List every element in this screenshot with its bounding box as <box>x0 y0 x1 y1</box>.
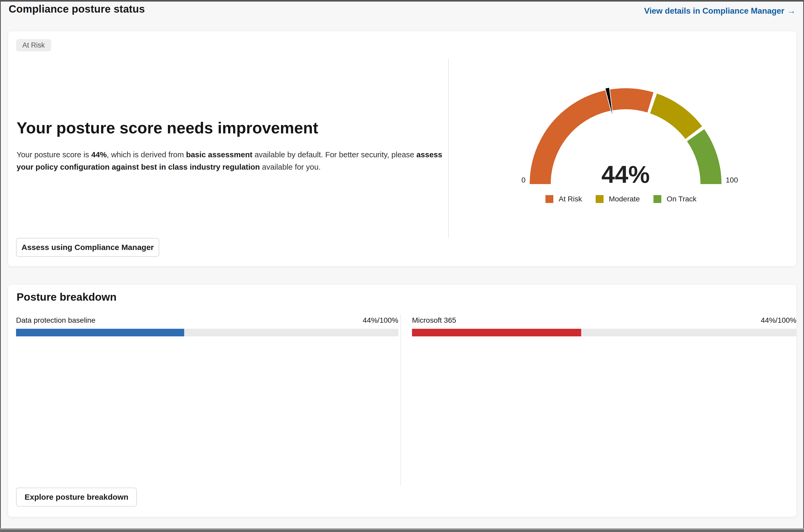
posture-status-card: At Risk Your posture score needs improve… <box>8 31 797 267</box>
view-details-link[interactable]: View details in Compliance Manager→ <box>644 6 796 16</box>
body-text-segment: Your posture score is <box>17 150 91 159</box>
posture-gauge: 010044% <box>507 62 744 191</box>
posture-description: Your posture score is 44%, which is deri… <box>17 148 444 173</box>
legend-item: At Risk <box>545 195 582 203</box>
gauge-max-label: 100 <box>726 176 738 184</box>
breakdown-column-right: Microsoft 365 44%/100% <box>412 314 797 336</box>
gauge-value: 44% <box>601 161 650 188</box>
bar-value: 44%/100% <box>363 316 398 325</box>
legend-swatch <box>653 195 661 203</box>
gauge-legend: At RiskModerateOn Track <box>448 195 794 203</box>
bar-label: Microsoft 365 <box>412 316 456 325</box>
posture-breakdown-card: Posture breakdown Data protection baseli… <box>8 284 797 517</box>
legend-label: Moderate <box>609 195 640 203</box>
progress-bar-fill <box>412 329 581 336</box>
legend-label: On Track <box>667 195 696 203</box>
gauge-segment <box>696 135 711 184</box>
body-text-segment: 44% <box>91 150 107 159</box>
gauge-segment <box>653 103 694 133</box>
breakdown-heading: Posture breakdown <box>17 291 116 303</box>
legend-swatch <box>596 195 603 203</box>
legend-item: Moderate <box>596 195 640 203</box>
legend-item: On Track <box>653 195 696 203</box>
arrow-right-icon: → <box>787 6 796 16</box>
legend-label: At Risk <box>559 195 582 203</box>
progress-bar-track <box>16 329 398 336</box>
explore-button[interactable]: Explore posture breakdown <box>16 488 137 507</box>
progress-bar-track <box>412 329 797 336</box>
status-badge: At Risk <box>16 39 51 52</box>
vertical-divider <box>448 59 449 238</box>
body-text-segment: basic assessment <box>186 150 253 159</box>
body-text-segment: , which is derived from <box>107 150 186 159</box>
column-divider <box>400 314 401 486</box>
progress-bar-fill <box>16 329 184 336</box>
bar-value: 44%/100% <box>761 316 797 325</box>
posture-heading: Your posture score needs improvement <box>17 119 318 137</box>
breakdown-column-left: Data protection baseline 44%/100% <box>16 314 398 336</box>
view-details-link-label: View details in Compliance Manager <box>644 6 784 16</box>
window-bottom-border-dark <box>0 530 804 532</box>
bar-label: Data protection baseline <box>16 316 95 325</box>
body-text-segment: available for you. <box>260 163 321 171</box>
page-title: Compliance posture status <box>9 3 145 15</box>
gauge-min-label: 0 <box>521 176 525 184</box>
assess-button[interactable]: Assess using Compliance Manager <box>16 238 159 257</box>
compliance-posture-page: Compliance posture status View details i… <box>0 0 804 532</box>
legend-swatch <box>545 195 553 203</box>
body-text-segment: available by default. For better securit… <box>253 150 416 159</box>
